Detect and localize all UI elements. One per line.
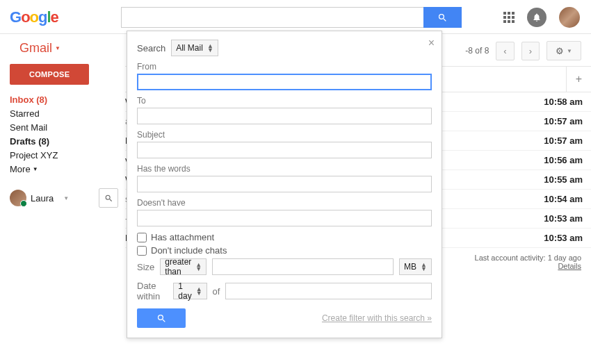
chevron-right-icon: › <box>529 46 532 56</box>
advanced-search-button[interactable] <box>137 308 186 328</box>
has-words-label: Has the words <box>137 164 432 174</box>
search-icon <box>437 13 448 23</box>
pager-text: -8 of 8 <box>465 46 489 56</box>
apps-icon[interactable] <box>503 12 515 23</box>
size-value-input[interactable] <box>212 258 394 275</box>
to-label: To <box>137 96 432 106</box>
subject-input[interactable] <box>137 142 432 158</box>
from-label: From <box>137 62 432 72</box>
message-time: 10:53 am <box>528 233 583 243</box>
caret-down-icon[interactable]: ▼ <box>63 195 69 201</box>
has-attachment-label: Has attachment <box>151 232 214 242</box>
nav-drafts[interactable]: Drafts (8) <box>10 136 125 147</box>
gear-icon: ⚙ <box>556 46 564 56</box>
caret-down-icon: ▼ <box>33 166 38 172</box>
prev-button[interactable]: ‹ <box>496 42 514 60</box>
message-time: 10:55 am <box>528 174 583 185</box>
search-icon <box>104 194 113 203</box>
no-chats-label: Don't include chats <box>151 245 227 256</box>
create-filter-link[interactable]: Create filter with this search » <box>322 313 432 323</box>
search-input[interactable] <box>121 7 423 28</box>
nav-inbox[interactable]: Inbox (8) <box>10 94 125 105</box>
next-button[interactable]: › <box>521 42 540 60</box>
updown-icon: ▲▼ <box>207 44 213 52</box>
tab-add[interactable]: + <box>566 67 591 92</box>
avatar[interactable] <box>559 7 580 28</box>
caret-down-icon: ▼ <box>567 48 572 54</box>
message-time: 10:56 am <box>528 155 583 165</box>
hangouts-username: Laura <box>31 193 54 204</box>
message-time: 10:57 am <box>528 135 583 146</box>
advanced-search-panel: × Search All Mail▲▼ From To Subject Has … <box>127 31 442 338</box>
hangouts-avatar[interactable] <box>10 190 26 206</box>
no-chats-checkbox[interactable] <box>137 246 147 256</box>
size-unit-select[interactable]: MB▲▼ <box>399 258 432 275</box>
app-label: Gmail <box>19 41 52 56</box>
date-input[interactable] <box>225 283 432 299</box>
close-icon[interactable]: × <box>428 37 435 49</box>
nav-sent[interactable]: Sent Mail <box>10 122 125 133</box>
to-input[interactable] <box>137 108 432 124</box>
message-time: 10:54 am <box>528 194 583 204</box>
of-label: of <box>213 286 220 297</box>
caret-down-icon: ▼ <box>55 45 60 51</box>
notifications-icon[interactable] <box>527 8 547 27</box>
nav-more[interactable]: More▼ <box>10 164 125 174</box>
search-scope-select[interactable]: All Mail▲▼ <box>171 40 218 56</box>
has-attachment-checkbox[interactable] <box>137 233 147 242</box>
message-time: 10:57 am <box>528 116 583 126</box>
doesnt-have-input[interactable] <box>137 210 432 226</box>
has-words-input[interactable] <box>137 176 432 192</box>
updown-icon: ▲▼ <box>195 263 202 271</box>
date-range-select[interactable]: 1 day▲▼ <box>173 283 207 299</box>
chevron-left-icon: ‹ <box>503 46 506 56</box>
date-within-label: Date within <box>137 281 168 301</box>
doesnt-have-label: Doesn't have <box>137 198 432 208</box>
size-label: Size <box>137 262 154 272</box>
nav-starred[interactable]: Starred <box>10 108 125 119</box>
search-button[interactable] <box>423 7 462 28</box>
nav-label-project[interactable]: Project XYZ <box>10 150 125 160</box>
google-logo[interactable]: Google <box>10 8 58 26</box>
hangouts-search-button[interactable] <box>99 188 118 208</box>
from-input[interactable] <box>137 74 432 90</box>
message-time: 10:53 am <box>528 213 583 224</box>
size-op-select[interactable]: greater than▲▼ <box>160 258 207 275</box>
message-time: 10:58 am <box>528 97 583 107</box>
subject-label: Subject <box>137 130 432 140</box>
search-icon <box>156 313 167 324</box>
settings-button[interactable]: ⚙▼ <box>547 41 581 60</box>
details-link[interactable]: Details <box>558 262 581 270</box>
gmail-menu[interactable]: Gmail▼ <box>10 34 125 64</box>
updown-icon: ▲▼ <box>421 263 427 271</box>
activity-text: Last account activity: 1 day ago <box>475 254 581 262</box>
search-scope-label: Search <box>137 43 165 53</box>
updown-icon: ▲▼ <box>196 287 202 295</box>
plus-icon: + <box>576 73 582 85</box>
compose-button[interactable]: COMPOSE <box>10 64 89 85</box>
